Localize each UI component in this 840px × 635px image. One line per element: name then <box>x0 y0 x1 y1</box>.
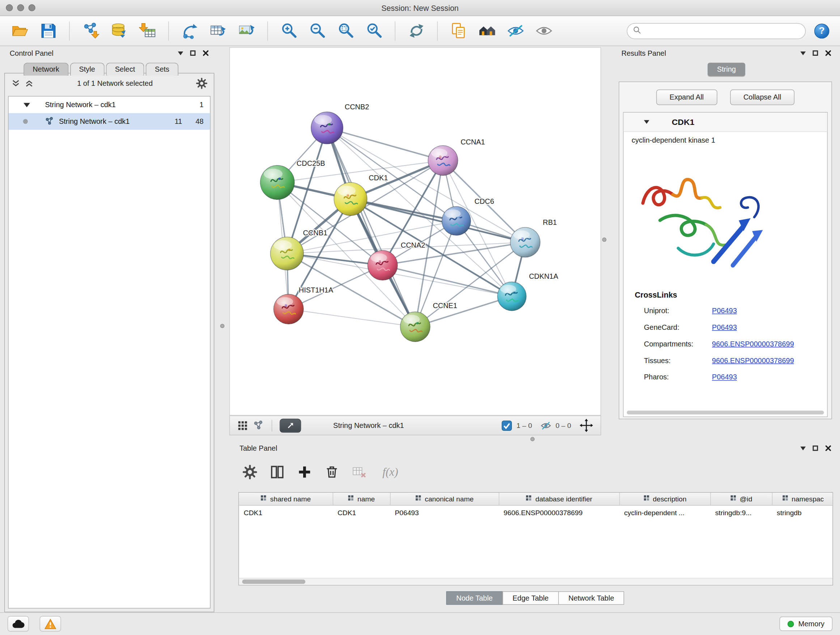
add-column-icon[interactable] <box>297 464 312 479</box>
network-canvas[interactable]: CCNB2CCNA1CDC25BCDK1CDC6RB1CCNB1CCNA2CDK… <box>229 47 601 415</box>
export-image-button[interactable] <box>234 19 259 43</box>
cloud-status-icon[interactable] <box>8 616 29 632</box>
panel-float-icon[interactable] <box>813 446 818 451</box>
column-header-namespac[interactable]: namespac <box>772 493 833 505</box>
network-node-HIST1H1A[interactable] <box>273 294 303 324</box>
help-button[interactable]: ? <box>814 23 829 38</box>
network-options-gear-icon[interactable] <box>196 78 207 89</box>
panel-float-icon[interactable] <box>813 50 818 56</box>
network-node-CCNB1[interactable] <box>271 237 304 270</box>
open-in-browser-button[interactable] <box>279 418 301 432</box>
expand-all-button[interactable]: Expand All <box>656 89 717 105</box>
search-box[interactable] <box>627 23 806 39</box>
expand-all-tree-icon[interactable] <box>11 79 20 88</box>
pan-crosshair-icon[interactable] <box>579 419 593 432</box>
grid-view-icon[interactable] <box>237 420 248 431</box>
network-node-CDK1[interactable] <box>334 182 367 216</box>
function-builder-icon[interactable]: f(x) <box>382 465 398 478</box>
network-node-CCNA1[interactable] <box>428 146 458 176</box>
memory-button[interactable]: Memory <box>780 616 832 631</box>
tab-node-table[interactable]: Node Table <box>446 591 503 605</box>
column-header-database-identifier[interactable]: database identifier <box>499 493 619 505</box>
results-horizontal-scrollbar[interactable] <box>627 410 824 414</box>
crosslink-link[interactable]: 9606.ENSP00000378699 <box>712 340 794 348</box>
network-node-CCNA2[interactable] <box>368 250 398 280</box>
panel-close-icon[interactable] <box>825 445 832 451</box>
table-cell[interactable]: cyclin-dependent ... <box>619 505 711 520</box>
crosslink-link[interactable]: P06493 <box>712 307 737 315</box>
zoom-window-button[interactable] <box>28 4 35 11</box>
tree-expander-icon[interactable] <box>24 103 30 107</box>
show-all-button[interactable] <box>531 19 556 43</box>
column-header--id[interactable]: @id <box>711 493 772 505</box>
panel-collapse-icon[interactable] <box>178 51 183 55</box>
zoom-fit-button[interactable] <box>333 19 358 43</box>
network-node-CCNE1[interactable] <box>400 312 430 342</box>
horizontal-splitter-handle[interactable] <box>531 437 535 441</box>
refresh-button[interactable] <box>404 19 429 43</box>
zoom-in-button[interactable] <box>276 19 301 43</box>
column-header-description[interactable]: description <box>619 493 711 505</box>
control-tab-sets[interactable]: Sets <box>146 63 178 76</box>
search-input[interactable] <box>644 27 799 35</box>
network-overview-icon[interactable] <box>253 420 264 431</box>
network-node-CCNB2[interactable] <box>311 112 343 144</box>
warning-icon[interactable] <box>40 616 61 632</box>
column-header-shared-name[interactable]: shared name <box>239 493 332 505</box>
network-graph[interactable]: CCNB2CCNA1CDC25BCDK1CDC6RB1CCNB1CCNA2CDK… <box>230 48 600 415</box>
network-row[interactable]: String Network – cdk1 11 48 <box>9 113 210 130</box>
tab-edge-table[interactable]: Edge Table <box>502 591 559 605</box>
table-cell[interactable]: stringdb <box>772 505 833 520</box>
export-network-button[interactable] <box>206 19 231 43</box>
import-table-button[interactable] <box>135 19 159 43</box>
import-network-file-button[interactable] <box>78 19 103 43</box>
control-tab-select[interactable]: Select <box>106 63 144 76</box>
left-splitter-handle[interactable] <box>220 324 225 328</box>
scrollbar-thumb[interactable] <box>242 580 305 584</box>
home-button[interactable] <box>475 19 499 43</box>
crosslink-link[interactable]: 9606.ENSP00000378699 <box>712 356 794 364</box>
show-columns-icon[interactable] <box>270 464 284 479</box>
table-horizontal-scrollbar[interactable] <box>239 578 832 585</box>
save-session-button[interactable] <box>36 19 60 43</box>
new-network-from-selection-button[interactable] <box>177 19 202 43</box>
table-cell[interactable]: 9606.ENSP00000378699 <box>499 505 619 520</box>
panel-collapse-icon[interactable] <box>800 51 806 55</box>
tab-network-table[interactable]: Network Table <box>558 591 624 605</box>
close-window-button[interactable] <box>6 4 13 11</box>
column-header-canonical-name[interactable]: canonical name <box>390 493 499 505</box>
hidden-eye-icon[interactable] <box>540 420 551 431</box>
table-cell[interactable]: stringdb:9... <box>711 505 772 520</box>
collapse-all-tree-icon[interactable] <box>25 79 34 88</box>
panel-close-icon[interactable] <box>825 50 832 57</box>
panel-collapse-icon[interactable] <box>800 447 806 450</box>
table-cell[interactable]: CDK1 <box>333 505 390 520</box>
network-node-CDC6[interactable] <box>442 206 471 235</box>
table-cell[interactable]: P06493 <box>390 505 499 520</box>
selected-checkbox-icon[interactable] <box>501 420 512 431</box>
network-node-CDC25B[interactable] <box>260 165 294 200</box>
table-cell[interactable]: CDK1 <box>239 505 332 520</box>
import-network-database-button[interactable] <box>107 19 131 43</box>
crosslink-link[interactable]: P06493 <box>712 323 737 331</box>
zoom-selected-button[interactable] <box>362 19 386 43</box>
open-session-button[interactable] <box>8 19 32 43</box>
collapse-gene-icon[interactable] <box>644 120 649 124</box>
network-node-RB1[interactable] <box>510 227 540 257</box>
copy-button[interactable] <box>447 19 471 43</box>
control-tab-style[interactable]: Style <box>70 63 104 76</box>
network-collection-row[interactable]: String Network – cdk1 1 <box>9 97 210 113</box>
table-row[interactable]: CDK1CDK1P064939606.ENSP00000378699cyclin… <box>239 505 833 520</box>
right-splitter-handle[interactable] <box>602 238 606 242</box>
column-header-name[interactable]: name <box>333 493 390 505</box>
hide-selected-button[interactable] <box>503 19 528 43</box>
control-tab-network[interactable]: Network <box>24 63 68 76</box>
minimize-window-button[interactable] <box>17 4 24 11</box>
delete-column-trash-icon[interactable] <box>325 464 339 479</box>
gene-header[interactable]: CDK1 <box>624 112 827 132</box>
zoom-out-button[interactable] <box>305 19 330 43</box>
crosslink-link[interactable]: P06493 <box>712 373 737 381</box>
network-node-CDKN1A[interactable] <box>497 282 526 311</box>
table-settings-gear-icon[interactable] <box>243 464 257 479</box>
panel-float-icon[interactable] <box>190 50 196 56</box>
